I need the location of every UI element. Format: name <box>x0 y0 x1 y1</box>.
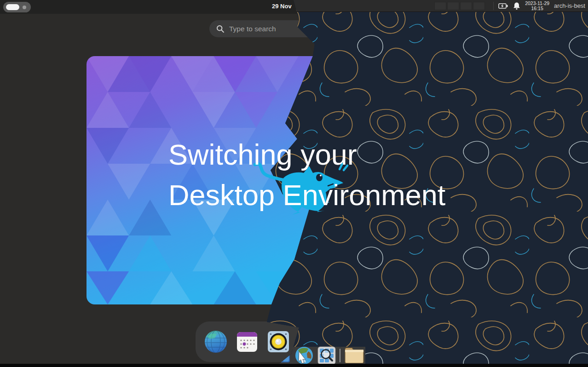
panel-separator <box>493 2 494 10</box>
workspace-active-pill[interactable] <box>6 4 19 10</box>
bottom-black-strip <box>0 364 588 367</box>
clock-time: 16:15 <box>531 6 543 11</box>
thumbnail-stage: 29 Nov Type to search <box>0 0 588 367</box>
hero-title-line1: Switching your <box>168 134 445 175</box>
web-browser-globe-icon[interactable] <box>204 330 227 353</box>
search-icon <box>216 25 225 33</box>
web-browser-pointer-globe-icon[interactable] <box>294 346 314 365</box>
speaker-volume-icon[interactable] <box>267 330 290 353</box>
hero-title: Switching your Desktop Environment <box>168 134 445 215</box>
pager-cell[interactable] <box>447 2 459 10</box>
pager-cell[interactable] <box>473 2 485 10</box>
dock-separator <box>340 349 340 362</box>
xfce-clock[interactable]: 2023-11-29 16:15 <box>525 1 549 11</box>
pager-cell[interactable] <box>434 2 446 10</box>
file-manager-folder-icon[interactable] <box>344 347 364 364</box>
workspace-pager[interactable] <box>434 2 485 10</box>
search-placeholder: Type to search <box>229 25 276 33</box>
notification-bell-icon[interactable] <box>513 2 520 10</box>
pager-cell[interactable] <box>460 2 472 10</box>
calendar-icon[interactable] <box>236 330 259 353</box>
workspace-dot[interactable] <box>23 6 26 9</box>
clock-date: 2023-11-29 <box>525 1 549 6</box>
gnome-clock[interactable]: 29 Nov <box>272 3 292 10</box>
application-finder-icon[interactable] <box>317 346 336 365</box>
hero-title-line2: Desktop Environment <box>168 175 445 215</box>
hostname-label: arch-is-best <box>554 2 585 9</box>
workspace-indicator[interactable] <box>3 2 31 12</box>
battery-icon[interactable] <box>498 3 508 9</box>
